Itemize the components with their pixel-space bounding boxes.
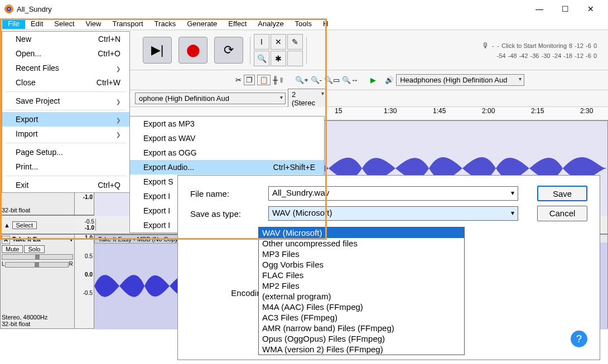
copy-icon[interactable]: ❐ [244, 75, 255, 85]
speaker-icon: 🔊 [385, 76, 394, 84]
solo-button[interactable]: Solo [24, 245, 44, 253]
type-option[interactable]: MP3 Files [259, 249, 464, 259]
clip-title[interactable]: Take It Easy - MBB (No Copy [94, 235, 182, 244]
paste-icon[interactable]: 📋 [257, 75, 271, 85]
type-option[interactable]: Ogg Vorbis Files [259, 259, 464, 270]
zoom-tool[interactable]: 🔍 [254, 51, 269, 66]
tools-palette: I ✕ ✎ 🔍 ✱ [254, 34, 303, 66]
menu-bar: File Edit Select View Transport Tracks G… [0, 18, 608, 30]
menu-save-project[interactable]: Save Project [2, 94, 129, 108]
track2-close[interactable]: ✕ [2, 236, 10, 244]
filename-input[interactable]: All_Sundry.wav [268, 186, 518, 201]
menu-import[interactable]: Import [2, 127, 129, 141]
channels-select[interactable]: 2 (Sterec [288, 89, 327, 109]
save-button[interactable]: Save [537, 186, 587, 201]
cut-icon[interactable]: ✂ [235, 76, 242, 84]
track1-format: 32-bit float [2, 207, 73, 213]
export-ogg[interactable]: Export as OGG [130, 145, 324, 160]
filename-label: File name: [190, 189, 268, 198]
menu-effect[interactable]: Effect [223, 18, 252, 29]
zoom-out-icon[interactable]: 🔍- [311, 76, 322, 84]
menu-select[interactable]: Select [49, 18, 80, 29]
track2-head: ✕Take It Ea▾ Mute Solo LR Stereo, 48000H… [1, 235, 75, 328]
menu-tools[interactable]: Tools [289, 18, 317, 29]
menu-close[interactable]: CloseCtrl+W [2, 75, 129, 90]
track2-info: Stereo, 48000Hz 32-bit float [2, 314, 73, 327]
export-mp3[interactable]: Export as MP3 [130, 117, 324, 131]
mute-button[interactable]: Mute [2, 245, 23, 253]
zoom-in-icon[interactable]: 🔍+ [295, 76, 308, 84]
menu-tracks[interactable]: Tracks [149, 18, 182, 29]
track2-scale: 1.0 0.5 0.0 -0.5 [75, 235, 94, 328]
file-menu: NewCtrl+N Open...Ctrl+O Recent Files Clo… [2, 31, 130, 193]
export-audio[interactable]: Export Audio...Ctrl+Shift+E [130, 160, 324, 174]
input-device-select[interactable]: ophone (High Definition Aud [135, 93, 286, 104]
type-option[interactable]: Opus (OggOpus) Files (FFmpeg) [259, 333, 464, 344]
type-option[interactable]: AMR (narrow band) Files (FFmpeg) [259, 323, 464, 333]
output-device-select[interactable]: Headphones (High Definition Aud [396, 74, 524, 86]
minimize-button[interactable]: — [527, 4, 552, 13]
menu-recent[interactable]: Recent Files [2, 61, 129, 75]
menu-view[interactable]: View [80, 18, 107, 29]
encoding-label: Encoding: [190, 288, 268, 298]
play-at-speed-icon[interactable]: ▶ [370, 76, 376, 84]
cancel-button[interactable]: Cancel [537, 206, 587, 221]
silence-icon[interactable]: ⦀ [280, 76, 283, 85]
export-wav[interactable]: Export as WAV [130, 131, 324, 145]
menu-page-setup[interactable]: Page Setup... [2, 145, 129, 159]
help-icon[interactable]: ? [571, 331, 587, 347]
type-option[interactable]: MP2 Files [259, 280, 464, 291]
menu-edit[interactable]: Edit [25, 18, 49, 29]
type-label: Save as type: [190, 209, 268, 219]
menu-exit[interactable]: ExitCtrl+Q [2, 178, 129, 192]
selection-tool[interactable]: I [254, 34, 269, 50]
fit-proj-icon[interactable]: 🔍↔ [342, 76, 358, 84]
skip-end-button[interactable]: ▶| [143, 37, 172, 64]
fit-sel-icon[interactable]: 🔍▭ [324, 76, 340, 84]
window-title: All_Sundry [17, 5, 527, 13]
type-option[interactable]: WMA (version 2) Files (FFmpeg) [259, 344, 464, 355]
timeshift-tool[interactable]: ✱ [271, 51, 286, 66]
menu-transport[interactable]: Transport [107, 18, 148, 29]
pan-slider[interactable] [5, 262, 69, 268]
menu-generate[interactable]: Generate [181, 18, 223, 29]
maximize-button[interactable]: ☐ [552, 4, 578, 13]
type-option[interactable]: Other uncompressed files [259, 238, 464, 249]
draw-tool[interactable]: ✎ [287, 34, 303, 50]
menu-analyze[interactable]: Analyze [252, 18, 289, 29]
menu-file[interactable]: File [2, 18, 25, 29]
gain-slider[interactable] [2, 254, 73, 260]
type-option[interactable]: M4A (AAC) Files (FFmpeg) [259, 302, 464, 312]
export-dialog: File name: All_Sundry.wav Save Save as t… [177, 175, 600, 360]
type-select[interactable]: WAV (Microsoft) [268, 206, 518, 221]
type-option[interactable]: (external program) [259, 291, 464, 302]
title-bar: All_Sundry — ☐ ✕ [0, 0, 608, 18]
menu-new[interactable]: NewCtrl+N [2, 32, 129, 46]
close-button[interactable]: ✕ [578, 4, 604, 13]
menu-print[interactable]: Print... [2, 159, 129, 174]
monitor-hint[interactable]: Click to Start Monitoring [501, 42, 567, 49]
menu-export[interactable]: Export [2, 112, 129, 127]
trim-icon[interactable]: ╫ [273, 76, 278, 84]
loop-button[interactable]: ⟳ [214, 37, 243, 64]
menu-help-cut[interactable]: H [317, 18, 334, 29]
type-option[interactable]: WAV (Microsoft) [259, 227, 464, 238]
track2-name: Take It Ea [12, 236, 41, 244]
multi-tool[interactable] [287, 51, 303, 66]
record-button[interactable]: ⬤ [178, 37, 208, 64]
type-dropdown-list: WAV (Microsoft) Other uncompressed files… [258, 227, 465, 355]
type-option[interactable]: FLAC Files [259, 270, 464, 280]
envelope-tool[interactable]: ✕ [271, 34, 286, 50]
menu-open[interactable]: Open...Ctrl+O [2, 46, 129, 61]
app-icon [4, 4, 13, 13]
type-option[interactable]: AC3 Files (FFmpeg) [259, 312, 464, 323]
select-button[interactable]: Select [12, 221, 37, 229]
